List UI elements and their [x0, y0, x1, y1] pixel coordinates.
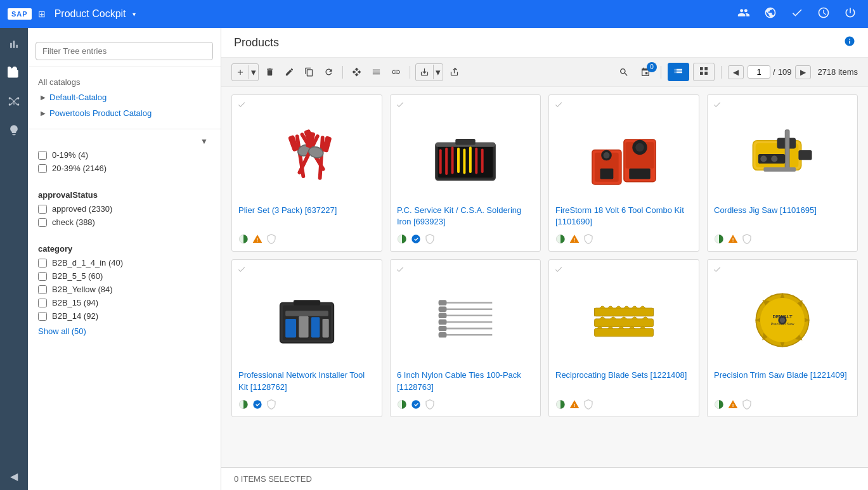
app-grid-icon[interactable]: ⊞	[38, 9, 46, 19]
list-view-button[interactable]	[668, 63, 689, 81]
svg-text:!: !	[732, 403, 734, 408]
bottom-status-bar: 0 ITEMS SELECTED	[221, 467, 868, 490]
svg-rect-74	[439, 326, 447, 331]
card-select-checkbox[interactable]	[237, 100, 246, 111]
product-title: Reciprocating Blade Sets [1221408]	[555, 370, 692, 392]
completeness-20-39-item: 20-39% (2146)	[38, 162, 211, 175]
next-page-button[interactable]: ▶	[795, 65, 811, 79]
svg-text:!: !	[732, 237, 734, 243]
prev-page-button[interactable]: ◀	[728, 65, 744, 79]
svg-point-0	[13, 100, 15, 102]
svg-rect-80	[594, 328, 653, 337]
product-card-p5[interactable]: Professional Network Installer Tool Kit …	[231, 259, 382, 416]
power-nav-icon[interactable]	[844, 6, 857, 22]
b2b-yellow-checkbox[interactable]	[38, 285, 47, 294]
completeness-0-19-checkbox[interactable]	[38, 151, 47, 160]
users-nav-icon[interactable]	[737, 6, 750, 22]
powertools-catalog-item[interactable]: ▶ Powertools Product Catalog	[38, 105, 211, 121]
list-more-button[interactable]	[368, 65, 385, 79]
card-body: FireStorm 18 Volt 6 Tool Combo Kit [1101…	[549, 200, 699, 230]
svg-text:DEWALT: DEWALT	[772, 314, 793, 319]
all-catalogs-label[interactable]: All catalogs	[38, 75, 211, 89]
sidebar-item-products[interactable]	[0, 61, 28, 87]
default-catalog-item[interactable]: ▶ Default-Catalog	[38, 89, 211, 105]
export-dropdown-button[interactable]: ▾	[434, 64, 443, 81]
status-icon-shield	[425, 399, 435, 411]
filter-tree-input[interactable]	[36, 42, 213, 60]
card-select-checkbox[interactable]	[713, 100, 722, 111]
info-icon[interactable]	[844, 35, 855, 49]
product-card-p6[interactable]: 6 Inch Nylon Cable Ties 100-Pack [112876…	[390, 259, 541, 416]
status-icon-warning: !	[569, 399, 580, 411]
approval-status-facet: approvalStatus approved (2330) check (38…	[28, 180, 221, 234]
b2b-14-item: B2B_14 (92)	[38, 309, 211, 323]
product-image	[232, 276, 382, 364]
card-status-row: !	[708, 396, 857, 416]
sidebar-item-compare[interactable]	[0, 119, 28, 145]
approved-checkbox[interactable]	[38, 205, 47, 214]
current-page-input[interactable]	[748, 65, 770, 79]
search-button[interactable]	[615, 65, 633, 80]
sidebar-item-nodes[interactable]	[0, 90, 28, 116]
sidebar-item-analytics[interactable]	[0, 33, 28, 59]
card-select-checkbox[interactable]	[396, 265, 405, 276]
card-status-row	[232, 396, 382, 416]
show-all-link[interactable]: Show all (50)	[38, 323, 211, 340]
card-body: Professional Network Installer Tool Kit …	[232, 364, 382, 395]
product-card-p8[interactable]: DEWALT Precision Saw Precision Trim Saw …	[707, 259, 858, 416]
product-card-p3[interactable]: FireStorm 18 Volt 6 Tool Combo Kit [1101…	[548, 94, 699, 252]
card-body: 6 Inch Nylon Cable Ties 100-Pack [112876…	[391, 364, 540, 395]
card-select-checkbox[interactable]	[554, 100, 563, 111]
cart-badge: 0	[647, 62, 657, 72]
export-button[interactable]	[416, 65, 434, 79]
completeness-dropdown-arrow[interactable]: ▼	[200, 137, 208, 146]
world-nav-icon[interactable]	[817, 6, 830, 22]
svg-point-35	[604, 152, 610, 158]
card-select-checkbox[interactable]	[237, 265, 246, 276]
edit-button[interactable]	[281, 65, 298, 79]
product-card-p2[interactable]: P.C. Service Kit / C.S.A. Soldering Iron…	[390, 94, 541, 252]
refresh-button[interactable]	[320, 65, 337, 79]
svg-rect-51	[763, 167, 796, 172]
app-title-dropdown-icon[interactable]: ▾	[133, 11, 136, 18]
powertools-catalog-arrow: ▶	[41, 110, 46, 117]
check-checkbox[interactable]	[38, 218, 47, 227]
status-icon-shield	[583, 234, 593, 246]
link-button[interactable]	[387, 65, 405, 79]
product-card-p7[interactable]: Reciprocating Blade Sets [1221408] !	[548, 259, 699, 416]
add-button[interactable]	[232, 65, 249, 79]
category-title: category	[38, 244, 211, 254]
card-select-checkbox[interactable]	[713, 265, 722, 276]
cart-button-wrap: 0	[637, 65, 654, 80]
product-card-p4[interactable]: Cordless Jig Saw [1101695] !	[707, 94, 858, 252]
b2b-15-checkbox[interactable]	[38, 299, 47, 307]
card-checkbox-row	[391, 95, 540, 111]
check-label: check (388)	[52, 217, 95, 227]
b2b-d-1-4-checkbox[interactable]	[38, 259, 47, 268]
copy-button[interactable]	[301, 65, 318, 79]
import-button[interactable]	[446, 65, 463, 79]
globe-nav-icon[interactable]	[764, 6, 777, 22]
grid-view-button[interactable]	[693, 63, 715, 81]
product-card-p1[interactable]: Plier Set (3 Pack) [637227] !	[231, 94, 382, 252]
total-items-label: 2718 items	[817, 67, 858, 77]
product-image	[391, 276, 540, 364]
sidebar-panel: All catalogs ▶ Default-Catalog ▶ Powerto…	[28, 28, 221, 490]
collapse-sidebar-button[interactable]: ◀	[0, 465, 28, 487]
b2b-14-checkbox[interactable]	[38, 312, 47, 321]
completeness-20-39-label: 20-39% (2146)	[52, 164, 107, 173]
delete-button[interactable]	[261, 65, 278, 79]
product-title: Plier Set (3 Pack) [637227]	[238, 205, 375, 228]
check-nav-icon[interactable]	[791, 6, 803, 22]
svg-rect-79	[594, 319, 653, 327]
add-dropdown-button[interactable]: ▾	[249, 64, 258, 81]
completeness-20-39-checkbox[interactable]	[38, 164, 47, 173]
completeness-0-19-label: 0-19% (4)	[52, 150, 88, 160]
card-select-checkbox[interactable]	[554, 265, 563, 276]
b2b-5-5-checkbox[interactable]	[38, 272, 47, 281]
card-select-checkbox[interactable]	[396, 100, 405, 111]
svg-rect-59	[323, 319, 329, 338]
card-status-row: !	[549, 230, 699, 251]
move-button[interactable]	[348, 65, 365, 79]
svg-point-63	[253, 400, 261, 408]
